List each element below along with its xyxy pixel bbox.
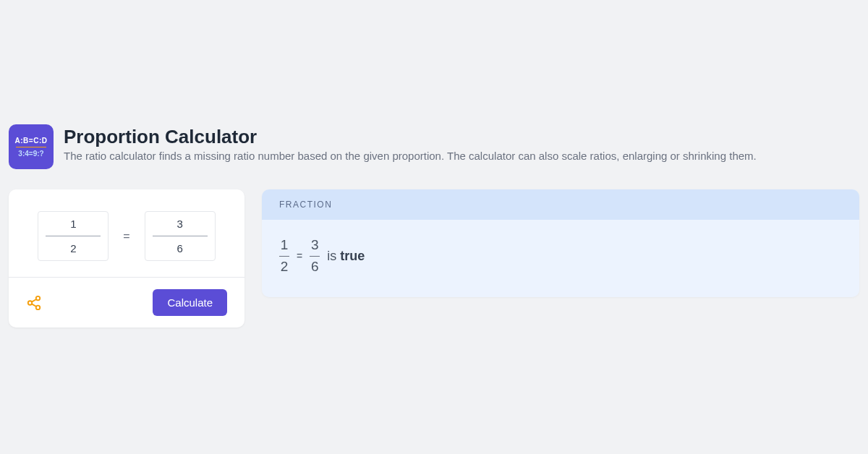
result-card: FRACTION 1 2 = 3 6 is true [262,189,859,297]
result-text: is true [327,249,365,264]
result-body: 1 2 = 3 6 is true [262,220,859,297]
equals-sign: = [116,230,137,243]
share-icon [26,295,42,311]
result-is: is [327,249,340,263]
svg-point-0 [36,296,41,300]
calculate-button[interactable]: Calculate [153,289,227,316]
svg-point-1 [28,301,33,305]
right-fraction [145,211,216,261]
svg-line-3 [32,299,36,301]
page-subtitle: The ratio calculator finds a missing rat… [64,150,859,162]
result-num-1: 1 [281,237,289,254]
denominator-b-input[interactable] [38,236,108,260]
denominator-d-input[interactable] [145,236,215,260]
result-den-1: 2 [281,259,289,275]
calculator-card: = Calculate [9,189,244,327]
result-equals: = [297,250,302,262]
fraction-row: = [30,211,223,261]
result-truth: true [340,249,365,263]
result-header: FRACTION [262,189,859,220]
result-den-2: 6 [311,259,319,275]
app-icon: A:B=C:D 3:4=9:? [9,124,54,169]
numerator-c-input[interactable] [145,212,215,236]
result-num-2: 3 [311,237,319,254]
icon-formula-bottom: 3:4=9:? [18,149,43,158]
svg-point-2 [36,305,41,309]
result-bar-1 [279,256,289,257]
result-bar-2 [310,256,320,257]
page-header: A:B=C:D 3:4=9:? Proportion Calculator Th… [9,124,859,169]
svg-line-4 [32,304,36,307]
left-fraction [38,211,109,261]
page-title: Proportion Calculator [64,126,859,148]
icon-formula-top: A:B=C:D [15,136,48,145]
share-button[interactable] [26,295,42,311]
numerator-a-input[interactable] [38,212,108,236]
icon-divider [16,147,46,147]
result-fraction-2: 3 6 [310,237,320,275]
result-fraction-1: 1 2 [279,237,289,275]
